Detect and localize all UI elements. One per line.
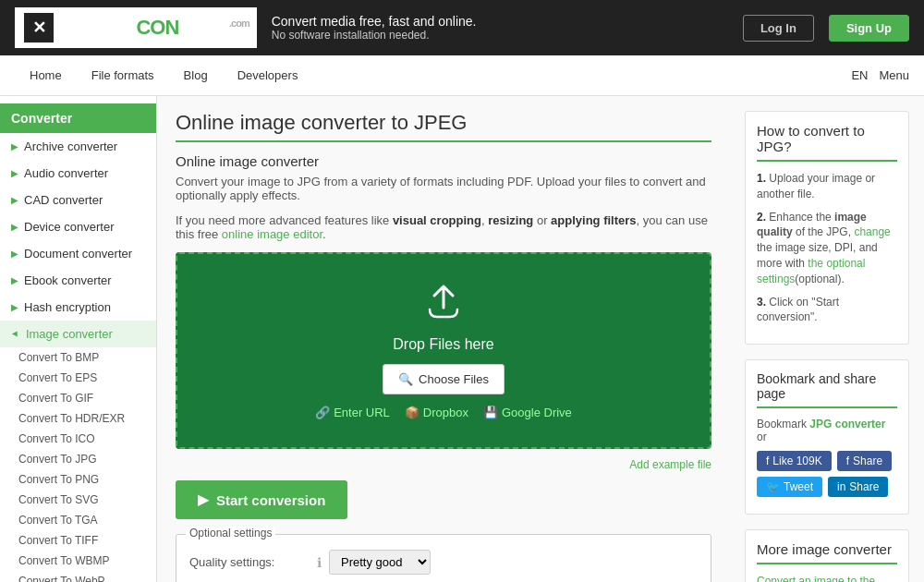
twitter-icon: 🐦 bbox=[766, 480, 780, 493]
change-link[interactable]: change bbox=[854, 225, 890, 238]
arrow-icon: ▶ bbox=[11, 168, 18, 178]
sidebar-sub-hdr[interactable]: Convert To HDR/EXR bbox=[0, 408, 156, 429]
optional-link[interactable]: the optional settings bbox=[757, 257, 865, 285]
sidebar-sub-ico[interactable]: Convert To ICO bbox=[0, 429, 156, 449]
fb-icon: f bbox=[766, 455, 769, 467]
share-icon: f bbox=[846, 455, 849, 467]
arrow-icon: ▶ bbox=[11, 195, 18, 205]
linkedin-share-button[interactable]: in Share bbox=[828, 477, 888, 497]
editor-link[interactable]: online image editor bbox=[222, 227, 322, 241]
logo-icon: ✕ bbox=[22, 11, 55, 44]
nav-file-formats[interactable]: File formats bbox=[77, 55, 169, 95]
quality-info-icon[interactable]: ℹ bbox=[317, 555, 322, 570]
sidebar-item-device[interactable]: ▶Device converter bbox=[0, 213, 156, 240]
drive-icon: 💾 bbox=[483, 406, 498, 419]
more-converters-section: More image converter Convert an image to… bbox=[745, 529, 909, 582]
sidebar-item-audio[interactable]: ▶Audio converter bbox=[0, 160, 156, 187]
nav-right: EN Menu bbox=[851, 68, 909, 82]
quality-row: Quality settings: ℹ Pretty goodBestGoodP… bbox=[189, 550, 698, 575]
how-to-section: How to convert to JPG? Upload your image… bbox=[745, 111, 909, 345]
how-to-list: Upload your image or another file. Enhan… bbox=[757, 171, 897, 325]
arrow-icon: ▶ bbox=[11, 275, 18, 285]
how-step-1: Upload your image or another file. bbox=[757, 171, 897, 202]
login-button[interactable]: Log In bbox=[743, 15, 814, 42]
nav-home[interactable]: Home bbox=[15, 55, 77, 95]
sidebar-sub-tga[interactable]: Convert To TGA bbox=[0, 510, 156, 530]
title-divider bbox=[176, 140, 711, 142]
sidebar-sub-eps[interactable]: Convert To EPS bbox=[0, 368, 156, 388]
quality-select[interactable]: Pretty goodBestGoodPoor bbox=[329, 550, 431, 575]
subtitle: Online image converter bbox=[176, 153, 711, 169]
main-nav: Home File formats Blog Developers EN Men… bbox=[0, 55, 924, 96]
bookmark-section: Bookmark and share page Bookmark JPG con… bbox=[745, 359, 909, 515]
choose-files-button[interactable]: 🔍 Choose Files bbox=[383, 364, 505, 394]
upload-links: 🔗 Enter URL 📦 Dropbox 💾 Google Drive bbox=[196, 406, 691, 419]
dropbox-link[interactable]: 📦 Dropbox bbox=[405, 406, 468, 419]
sidebar-sub-webp[interactable]: Convert To WebP bbox=[0, 571, 156, 582]
sidebar-item-ebook[interactable]: ▶Ebook converter bbox=[0, 267, 156, 294]
more-title: More image converter bbox=[757, 541, 897, 564]
arrow-icon: ▶ bbox=[11, 222, 18, 232]
add-example-link[interactable]: Add example file bbox=[176, 458, 711, 471]
bookmark-text: Bookmark JPG converter or bbox=[757, 418, 897, 443]
how-step-3: Click on "Start conversion". bbox=[757, 295, 897, 326]
nav-blog[interactable]: Blog bbox=[169, 55, 223, 95]
twitter-tweet-button[interactable]: 🐦 Tweet bbox=[757, 477, 822, 497]
logo-text: ONLINE-CONVERT.com bbox=[59, 16, 249, 40]
sidebar-sub-bmp[interactable]: Convert To BMP bbox=[0, 347, 156, 368]
how-step-2: Enhance the image quality of the JPG, ch… bbox=[757, 210, 897, 287]
drop-text: Drop Files here bbox=[196, 336, 691, 353]
sidebar-sub-jpg[interactable]: Convert To JPG bbox=[0, 449, 156, 469]
sidebar-sub-tiff[interactable]: Convert To TIFF bbox=[0, 530, 156, 551]
dropbox-icon: 📦 bbox=[405, 406, 419, 419]
lang-selector[interactable]: EN bbox=[851, 68, 868, 82]
info-text: If you need more advanced features like … bbox=[176, 213, 711, 241]
sidebar: Converter ▶Archive converter ▶Audio conv… bbox=[0, 96, 157, 582]
tagline: Convert media free, fast and online. No … bbox=[272, 14, 728, 42]
more-bmp-link[interactable]: Convert an image to the BMP format bbox=[757, 575, 875, 582]
arrow-icon: ▶ bbox=[11, 249, 18, 259]
right-panel: How to convert to JPG? Upload your image… bbox=[730, 96, 924, 582]
facebook-share-button[interactable]: f Share bbox=[837, 451, 892, 471]
optional-settings: Optional settings Quality settings: ℹ Pr… bbox=[176, 534, 711, 582]
play-icon: ▶ bbox=[198, 491, 209, 508]
upload-icon bbox=[196, 282, 691, 327]
arrow-icon: ▼ bbox=[10, 330, 20, 339]
sidebar-sub-svg[interactable]: Convert To SVG bbox=[0, 490, 156, 510]
logo[interactable]: ✕ ONLINE-CONVERT.com bbox=[15, 7, 257, 48]
arrow-icon: ▶ bbox=[11, 141, 18, 152]
facebook-like-button[interactable]: f Like 109K bbox=[757, 451, 832, 471]
settings-legend: Optional settings bbox=[186, 527, 275, 540]
sidebar-item-archive[interactable]: ▶Archive converter bbox=[0, 133, 156, 160]
sidebar-item-document[interactable]: ▶Document converter bbox=[0, 240, 156, 267]
google-drive-link[interactable]: 💾 Google Drive bbox=[483, 406, 572, 419]
arrow-icon: ▶ bbox=[11, 302, 18, 312]
jpg-converter-link[interactable]: JPG converter bbox=[809, 418, 885, 430]
upload-box[interactable]: Drop Files here 🔍 Choose Files 🔗 Enter U… bbox=[176, 252, 711, 449]
sidebar-header: Converter bbox=[0, 103, 156, 133]
more-list: Convert an image to the BMP format Conve… bbox=[757, 574, 897, 582]
search-icon: 🔍 bbox=[398, 372, 413, 386]
layout: Converter ▶Archive converter ▶Audio conv… bbox=[0, 96, 924, 582]
list-item: Convert an image to the BMP format bbox=[757, 574, 897, 582]
signup-button[interactable]: Sign Up bbox=[829, 15, 909, 42]
description: Convert your image to JPG from a variety… bbox=[176, 175, 711, 202]
page-title: Online image converter to JPEG bbox=[176, 111, 711, 135]
linkedin-icon: in bbox=[837, 480, 845, 493]
sidebar-sub-gif[interactable]: Convert To GIF bbox=[0, 388, 156, 408]
sidebar-sub-png[interactable]: Convert To PNG bbox=[0, 469, 156, 490]
sidebar-item-image[interactable]: ▼Image converter bbox=[0, 321, 156, 347]
how-to-title: How to convert to JPG? bbox=[757, 123, 897, 162]
sidebar-item-hash[interactable]: ▶Hash encryption bbox=[0, 294, 156, 321]
sidebar-sub-wbmp[interactable]: Convert To WBMP bbox=[0, 551, 156, 571]
sidebar-item-cad[interactable]: ▶CAD converter bbox=[0, 187, 156, 213]
nav-developers[interactable]: Developers bbox=[223, 55, 313, 95]
header: ✕ ONLINE-CONVERT.com Convert media free,… bbox=[0, 0, 924, 55]
link-icon: 🔗 bbox=[315, 406, 330, 419]
social-buttons-row1: f Like 109K f Share bbox=[757, 451, 897, 471]
quality-label: Quality settings: bbox=[189, 555, 310, 569]
enter-url-link[interactable]: 🔗 Enter URL bbox=[315, 406, 390, 419]
start-conversion-button[interactable]: ▶ Start conversion bbox=[176, 480, 347, 519]
bookmark-title: Bookmark and share page bbox=[757, 371, 897, 408]
menu-button[interactable]: Menu bbox=[879, 68, 909, 82]
